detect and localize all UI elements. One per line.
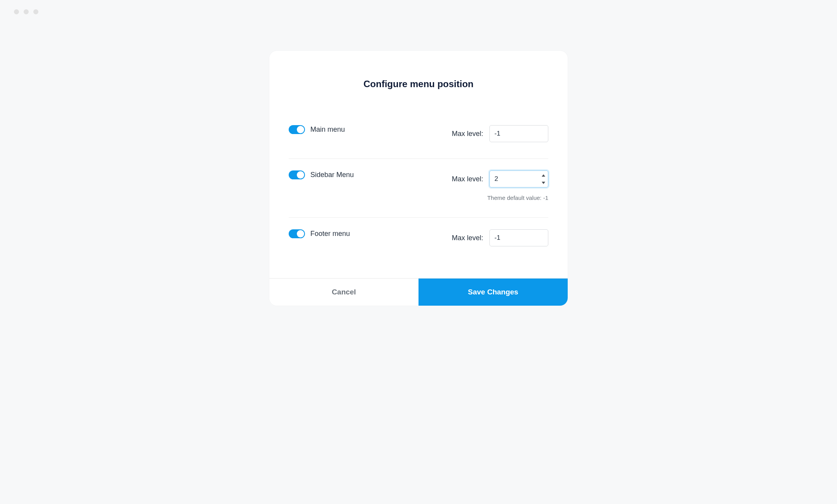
menu-row-sidebar: Sidebar Menu Max level: [289,158,548,217]
chevron-up-icon [542,174,545,177]
stepper-down-button[interactable] [539,179,547,186]
dialog-title: Configure menu position [289,79,548,89]
sidebar-menu-helper: Theme default value: -1 [487,194,548,201]
menu-row-footer: Footer menu Max level: [289,217,548,263]
save-changes-button[interactable]: Save Changes [418,279,568,306]
footer-menu-label: Footer menu [310,230,350,238]
cancel-button[interactable]: Cancel [269,279,418,306]
footer-menu-toggle[interactable] [289,229,305,238]
sidebar-menu-toggle[interactable] [289,170,305,179]
main-menu-maxlevel-input[interactable] [489,125,548,142]
main-menu-label: Main menu [310,126,345,134]
number-stepper [539,172,547,186]
footer-menu-maxlevel-input[interactable] [489,229,548,246]
dialog-actions: Cancel Save Changes [269,278,568,306]
window-dot [33,9,38,14]
configure-menu-dialog: Configure menu position Main menu Max le… [269,51,568,306]
menu-row-main: Main menu Max level: [289,114,548,158]
stepper-up-button[interactable] [539,172,547,179]
window-dot [24,9,29,14]
main-menu-toggle[interactable] [289,125,305,134]
chevron-down-icon [542,182,545,184]
sidebar-menu-label: Sidebar Menu [310,171,354,179]
footer-menu-maxlevel-label: Max level: [452,234,483,242]
sidebar-menu-maxlevel-label: Max level: [452,175,483,183]
window-dots [0,0,837,24]
window-dot [14,9,19,14]
main-menu-maxlevel-label: Max level: [452,130,483,138]
